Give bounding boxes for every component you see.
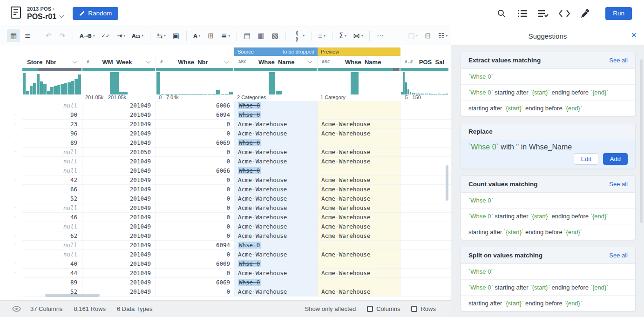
cell-whse-name-source[interactable]: Whse·0 xyxy=(234,166,318,175)
list-view-icon[interactable]: ≡ xyxy=(21,29,34,42)
cell-whse-name-source[interactable]: Whse·0 xyxy=(234,101,318,110)
standardize-icon[interactable]: A→B▾ xyxy=(77,29,98,42)
histogram-bar[interactable] xyxy=(186,94,190,94)
validate-icon[interactable]: ✓✓ xyxy=(99,29,113,42)
cell-wm-week[interactable]: 201049 xyxy=(82,203,156,213)
row-menu-dot[interactable]: · xyxy=(0,120,22,129)
cell-pos-sal[interactable] xyxy=(400,287,451,297)
cell-whse-name-source[interactable]: Acme·Warehouse xyxy=(234,129,318,138)
cell-whse-nbr[interactable]: 6094 xyxy=(156,241,234,250)
suggestion-row[interactable]: `Whse 0` xyxy=(461,69,635,85)
histogram-bar[interactable] xyxy=(438,94,440,94)
cell-pos-sal[interactable] xyxy=(400,175,451,185)
cell-wm-week[interactable]: 201049 xyxy=(82,185,156,194)
cell-whse-nbr[interactable]: 0 xyxy=(156,213,234,222)
cell-whse-name-preview[interactable]: Acme·Warehouse xyxy=(318,231,400,241)
row-menu-dot[interactable]: · xyxy=(0,287,22,297)
histogram-bar[interactable] xyxy=(427,94,429,94)
histogram-bar[interactable] xyxy=(434,94,435,94)
histogram-bar[interactable] xyxy=(203,94,207,94)
settings-sliders-icon[interactable]: ☷▾ xyxy=(435,29,450,42)
histogram-bar[interactable] xyxy=(23,73,26,94)
histogram-bar[interactable] xyxy=(50,87,53,94)
row-menu-dot[interactable]: · xyxy=(0,157,22,166)
cell-whse-name-source[interactable]: Acme·Warehouse xyxy=(234,157,318,166)
row-menu-dot[interactable]: · xyxy=(0,213,22,222)
data-quality-bar[interactable] xyxy=(234,68,317,71)
cell-whse-name-source[interactable]: Acme·Warehouse xyxy=(234,231,318,241)
histogram-bar[interactable] xyxy=(229,92,233,94)
cell-store-nbr[interactable]: 44 xyxy=(22,269,82,278)
cell-whse-nbr[interactable]: 0 xyxy=(156,120,234,129)
suggestion-row[interactable]: starting after `{start}` ending before `… xyxy=(461,224,635,240)
histogram-bar[interactable] xyxy=(68,82,70,94)
see-all-link[interactable]: See all xyxy=(609,57,628,64)
cell-whse-name-preview[interactable]: Acme·Warehouse xyxy=(318,194,400,203)
suggestion-row[interactable]: `Whse 0` starting after `{start}` ending… xyxy=(461,85,635,101)
histogram-bar[interactable] xyxy=(435,94,437,94)
cell-whse-name-source[interactable]: Acme·Warehouse xyxy=(234,250,318,259)
cell-whse-name-preview[interactable]: Acme·Warehouse xyxy=(318,148,400,157)
cell-whse-name-source[interactable]: Whse·0 xyxy=(234,278,318,287)
column-histogram[interactable] xyxy=(234,71,318,94)
page-title[interactable]: POS-r01 xyxy=(27,13,63,20)
count-values-icon[interactable]: A₁₂▾ xyxy=(129,29,146,42)
cell-whse-name-preview[interactable]: Acme·Warehouse xyxy=(318,213,400,222)
cell-store-nbr[interactable]: null xyxy=(22,250,82,259)
cell-whse-name-preview[interactable] xyxy=(318,241,400,250)
cell-pos-sal[interactable] xyxy=(400,250,451,259)
cell-whse-name-source[interactable]: Acme·Warehouse xyxy=(234,175,318,185)
cell-pos-sal[interactable] xyxy=(400,185,451,194)
histogram-bar[interactable] xyxy=(110,72,118,94)
merge-columns-icon[interactable]: ▣ xyxy=(169,29,183,42)
selected-suggestion[interactable]: `Whse 0` with '' in Whse_NameEditAdd xyxy=(461,140,635,169)
histogram-bar[interactable] xyxy=(212,94,216,94)
cell-whse-name-preview[interactable]: Acme·Warehouse xyxy=(318,185,400,194)
cell-store-nbr[interactable]: 62 xyxy=(22,231,82,241)
histogram-bar[interactable] xyxy=(30,86,33,94)
cell-whse-name-source[interactable]: Acme·Warehouse xyxy=(234,148,318,157)
cell-pos-sal[interactable] xyxy=(400,231,451,241)
column-name-row[interactable]: ABCWhse_Name xyxy=(234,56,318,68)
cell-pos-sal[interactable] xyxy=(400,157,451,166)
histogram-bar[interactable] xyxy=(442,94,444,94)
histogram-bar[interactable] xyxy=(75,79,77,94)
grid-view-icon[interactable]: ▦ xyxy=(7,29,20,42)
cell-pos-sal[interactable] xyxy=(400,241,451,250)
cell-store-nbr[interactable]: null xyxy=(22,101,82,110)
column-histogram[interactable] xyxy=(318,71,400,94)
insert-column-icon[interactable]: ⊞ xyxy=(204,29,217,42)
cell-whse-nbr[interactable]: 0 xyxy=(156,175,234,185)
cell-whse-nbr[interactable]: 6006 xyxy=(156,101,234,110)
cell-pos-sal[interactable] xyxy=(400,129,451,138)
row-menu-dot[interactable]: · xyxy=(0,259,22,269)
steps-check-icon[interactable] xyxy=(538,8,549,19)
cell-wm-week[interactable]: 201049 xyxy=(82,110,156,120)
close-icon[interactable]: × xyxy=(631,30,637,40)
cell-whse-name-source[interactable]: Acme·Warehouse xyxy=(234,194,318,203)
suggestion-row[interactable]: starting after `{start}` ending before `… xyxy=(461,296,635,311)
join-icon[interactable]: ⋈▾ xyxy=(350,29,366,42)
unpivot-icon[interactable]: ▥ xyxy=(255,29,268,42)
cell-store-nbr[interactable]: 90 xyxy=(22,110,82,120)
histogram-bar[interactable] xyxy=(401,92,403,94)
data-quality-bar[interactable] xyxy=(22,68,81,71)
data-quality-bar[interactable] xyxy=(156,68,233,71)
cell-whse-nbr[interactable]: 0 xyxy=(156,185,234,194)
row-menu-dot[interactable]: · xyxy=(0,166,22,175)
histogram-bar[interactable] xyxy=(440,94,442,94)
cell-wm-week[interactable]: 201049 xyxy=(82,269,156,278)
cell-wm-week[interactable]: 201049 xyxy=(82,241,156,250)
histogram-bar[interactable] xyxy=(182,94,186,94)
format-icon[interactable]: A▾ xyxy=(190,29,203,42)
row-menu-dot[interactable]: · xyxy=(0,185,22,194)
affected-rows-checkbox[interactable]: Rows xyxy=(411,305,436,312)
cell-whse-name-preview[interactable]: Acme·Warehouse xyxy=(318,129,400,138)
column-name-row[interactable]: ABCWhse_Name xyxy=(318,56,400,68)
cell-whse-name-source[interactable]: Acme·Warehouse xyxy=(234,203,318,213)
histogram-bar[interactable] xyxy=(276,91,282,94)
histogram-bar[interactable] xyxy=(71,81,74,94)
cell-whse-name-source[interactable]: Acme·Warehouse xyxy=(234,185,318,194)
cell-pos-sal[interactable] xyxy=(400,259,451,269)
histogram-bar[interactable] xyxy=(190,94,194,94)
